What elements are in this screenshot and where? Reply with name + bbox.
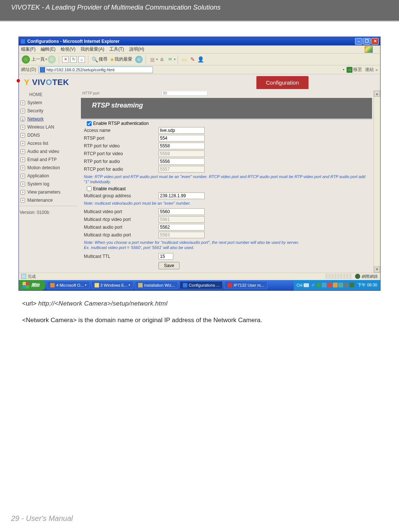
rtsp-note-1: Note: RTP video port and RTP audio port … (81, 174, 372, 186)
refresh-button[interactable]: ↻ (70, 56, 77, 63)
http-port-value: 80 (161, 91, 208, 96)
toolbar: 上一頁 ▾ ✕ ↻ ⌂ 🔍 搜尋 ★ 我的最愛 ▦ ▾ 🖶 ✉ ▾ (19, 54, 380, 65)
rtsp-row-field (158, 150, 205, 157)
sidebar-item-viewparams[interactable]: +View parameters (19, 188, 77, 196)
scroll-down-icon[interactable]: ▼ (374, 266, 380, 273)
rtsp-row-field[interactable] (158, 127, 205, 134)
menu-edit[interactable]: 編輯(E) (41, 46, 55, 52)
task-install[interactable]: Installation Wiz... (135, 281, 178, 289)
tray-lang[interactable]: CH (297, 283, 303, 287)
menu-view[interactable]: 檢視(V) (61, 46, 75, 52)
sidebar-item-ddns[interactable]: +DDNS (19, 131, 77, 139)
zone-icon (355, 274, 360, 279)
task-office[interactable]: 4 Microsoft O...▾ (47, 281, 90, 289)
messenger-icon[interactable]: 👤 (197, 56, 204, 63)
taskbar: 開始 4 Microsoft O...▾ 3 Windows E...▾ Ins… (19, 280, 380, 290)
http-port-label: HTTP port (81, 91, 161, 96)
tray-av-icon[interactable] (349, 283, 354, 287)
done-icon (21, 274, 26, 279)
sidebar-item-motion[interactable]: +Motion detection (19, 164, 77, 172)
history-button[interactable] (135, 56, 143, 63)
ie-icon (20, 39, 25, 44)
folder-icon (95, 283, 99, 287)
start-button[interactable]: 開始 (19, 280, 45, 290)
sidebar-item-application[interactable]: +Application (19, 172, 77, 180)
discuss-icon[interactable]: ✎ (189, 56, 196, 63)
tray-shield-icon[interactable] (316, 283, 321, 287)
task-explorer[interactable]: 3 Windows E...▾ (91, 281, 133, 289)
config-panel: HTTP port80 RTSP streaming Enable RTSP a… (77, 91, 374, 273)
edit-icon[interactable]: ▭ (181, 56, 188, 63)
sidebar-item-syslog[interactable]: +System log (19, 180, 77, 188)
search-icon[interactable]: 🔍 (91, 56, 98, 63)
ttl-field[interactable] (158, 253, 173, 260)
install-icon (138, 283, 143, 287)
pdf-icon (228, 283, 232, 287)
print-icon[interactable]: 🖶 (158, 56, 165, 63)
mail-icon[interactable]: ✉ (167, 56, 173, 63)
home-button[interactable]: ⌂ (78, 56, 85, 63)
go-button[interactable]: → (347, 67, 352, 73)
multicast-addr-label: Multicast group address (81, 193, 158, 198)
rtsp-note-2: Note: multicast video/audio port must be… (81, 200, 372, 208)
folders-icon[interactable]: ▦ (149, 56, 156, 63)
windows-icon (23, 282, 29, 289)
page-icon (40, 67, 45, 72)
multicast-row-field[interactable] (158, 208, 205, 215)
address-field[interactable]: http://192.168.0.252/setup/config.html (38, 66, 153, 73)
tray-msg-icon[interactable] (338, 283, 343, 287)
save-button[interactable]: Save (158, 262, 180, 269)
multicast-row-label: Multicast audio port (81, 225, 158, 230)
enable-rtsp-auth-checkbox[interactable] (87, 121, 92, 126)
close-button[interactable]: ✕ (371, 38, 379, 45)
page-content: Y VIVOTEK Configuration HOME +System +Se… (19, 74, 380, 273)
rtsp-row-label: RTCP port for audio (81, 167, 158, 172)
sidebar-item-network[interactable]: +Network (19, 115, 77, 123)
rtsp-row-field[interactable] (158, 143, 205, 149)
back-button[interactable] (22, 55, 30, 64)
ttl-label: Multicast TTL (81, 254, 158, 259)
menu-favorites[interactable]: 我的最愛(A) (81, 46, 104, 52)
menu-file[interactable]: 檔案(F) (21, 46, 35, 52)
rtsp-row-label: RTSP port (81, 136, 158, 141)
brand-logo: Y VIVOTEK (20, 76, 73, 89)
doc-header: VIVOTEK - A Leading Provider of Multimed… (0, 0, 399, 22)
tray-net-icon[interactable] (322, 283, 327, 287)
ie-task-icon (183, 283, 187, 287)
sidebar-item-maintenance[interactable]: +Maintenance (19, 196, 77, 204)
rtsp-row-field[interactable] (158, 158, 205, 165)
favorites-icon[interactable]: ★ (110, 57, 115, 62)
sidebar-version: Version: 0100b (19, 206, 77, 219)
scrollbar[interactable]: ▲ ▼ (374, 91, 380, 273)
enable-multicast-checkbox[interactable] (87, 186, 92, 191)
sidebar-item-access[interactable]: +Access list (19, 139, 77, 147)
sidebar-item-email[interactable]: +Email and FTP (19, 156, 77, 164)
task-pdf[interactable]: IP7132 User m... (224, 281, 267, 289)
tray-time: 下午 08:30 (358, 282, 377, 288)
sidebar-item-security[interactable]: +Security (19, 107, 77, 115)
multicast-row-field[interactable] (158, 224, 205, 231)
sidebar-item-system[interactable]: +System (19, 99, 77, 107)
tray-vol-icon[interactable] (333, 283, 338, 287)
sidebar-item-av[interactable]: +Audio and video (19, 147, 77, 156)
multicast-row-label: Multicast rtcp video port (81, 217, 158, 222)
maximize-button[interactable]: ❐ (363, 38, 371, 45)
tray-disk-icon[interactable] (344, 283, 349, 287)
task-config[interactable]: Configurations ... (180, 281, 223, 289)
sidebar-item-wireless[interactable]: +Wireless LAN (19, 123, 77, 131)
minimize-button[interactable]: – (355, 38, 362, 45)
tray-keyboard-icon[interactable] (304, 283, 309, 287)
sidebar-home[interactable]: HOME (19, 91, 77, 99)
tray-link-icon[interactable]: 🔗 (311, 284, 315, 287)
menu-help[interactable]: 說明(H) (129, 46, 144, 52)
progress-placeholder (325, 274, 351, 279)
menu-tools[interactable]: 工具(T) (109, 46, 124, 52)
rtsp-row-field[interactable] (158, 135, 205, 141)
search-label: 搜尋 (99, 56, 108, 62)
multicast-addr-field[interactable] (158, 192, 205, 199)
doc-footer: 29 - User's Manual (0, 509, 399, 532)
tray-alert-icon[interactable] (327, 283, 332, 287)
scroll-up-icon[interactable]: ▲ (374, 91, 380, 97)
forward-button[interactable] (48, 55, 56, 64)
stop-button[interactable]: ✕ (62, 56, 69, 63)
